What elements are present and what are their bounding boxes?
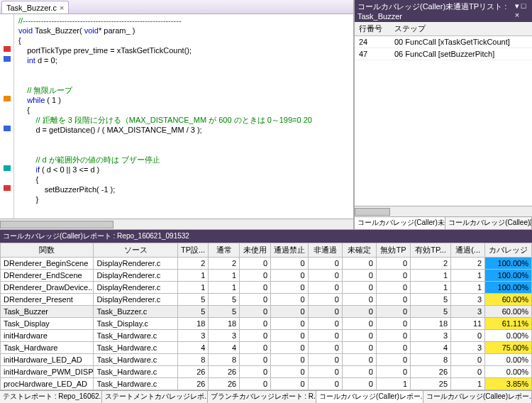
coverage-table: 関数ソースTP設...通常未使用通過禁止非通過未確定無効TP有効TP...通過(… — [0, 243, 532, 390]
report-header[interactable]: 未確定 — [342, 243, 376, 258]
table-row[interactable]: DRenderer_BeginSceneDisplayRenderer.c220… — [1, 258, 532, 270]
bottom-tab[interactable]: コールカバレッジ(Caller)レポー... — [316, 391, 423, 403]
editor-tab[interactable]: Task_Buzzer.c × — [1, 1, 69, 13]
code-line[interactable]: while ( 1 ) — [18, 95, 353, 105]
tp-header[interactable]: ステップ — [390, 22, 532, 36]
table-row[interactable]: procHardware_LED_ADTask_Hardware.c262600… — [1, 378, 532, 390]
table-row[interactable]: Task_HardwareTask_Hardware.c44000004375.… — [1, 342, 532, 354]
code-text[interactable]: //--------------------------------------… — [14, 14, 353, 219]
bottom-tab[interactable]: ブランチカバレッジレポート : R... — [208, 391, 317, 403]
tp-step[interactable]: 00 FuncCall [xTaskGetTickCount] — [390, 36, 532, 48]
editor-pane: Task_Buzzer.c × //----------------------… — [0, 0, 355, 229]
code-line[interactable]: d = getDistance() / ( MAX_DISTANCE_MM / … — [18, 125, 353, 135]
tab-label: Task_Buzzer.c — [6, 4, 57, 12]
code-line[interactable] — [18, 75, 353, 85]
bottom-tab[interactable]: テストレポート : Repo_16062... — [0, 391, 102, 403]
side-hscrollbar[interactable] — [355, 206, 532, 216]
side-title-text: コールカバレッジ(Caller)未通過TPリスト : Task_Buzzer — [358, 1, 515, 21]
code-line[interactable]: // 距離を 3 段階に分ける（MAX_DISTANCE_MM が 600 のと… — [18, 115, 353, 125]
report-header[interactable]: 通過禁止 — [271, 243, 309, 258]
table-row[interactable]: initHardware_PWM_DISPTask_Hardware.c2626… — [1, 366, 532, 378]
code-line[interactable]: } — [18, 194, 353, 204]
table-row[interactable]: initHardware_LED_ADTask_Hardware.c880000… — [1, 354, 532, 366]
code-line[interactable]: { — [18, 105, 353, 115]
code-line[interactable]: { — [18, 175, 353, 184]
table-row[interactable]: DRenderer_EndSceneDisplayRenderer.c11000… — [1, 270, 532, 282]
code-line[interactable] — [18, 145, 353, 155]
window-controls[interactable]: ▾ □ × — [515, 1, 529, 21]
code-line[interactable] — [18, 135, 353, 145]
code-line[interactable]: //--------------------------------------… — [18, 16, 353, 26]
table-row[interactable]: Task_BuzzerTask_Buzzer.c55000005360.00% — [1, 306, 532, 318]
table-row[interactable]: DRenderer_DrawDevice...DisplayRenderer.c… — [1, 282, 532, 294]
tp-header[interactable]: 行番号 — [355, 22, 390, 36]
side-panel-title: コールカバレッジ(Caller)未通過TPリスト : Task_Buzzer ▾… — [355, 0, 532, 22]
report-header[interactable]: 関数 — [1, 243, 94, 258]
code-line[interactable]: int d = 0; — [18, 55, 353, 65]
report-header[interactable]: 通過(... — [451, 243, 485, 258]
tp-list: 行番号ステップ2400 FuncCall [xTaskGetTickCount]… — [355, 22, 532, 60]
side-tab[interactable]: コールカバレッジ(Caller)未通... — [355, 217, 445, 229]
report-header[interactable]: TP設... — [177, 243, 209, 258]
bottom-tabstrip: テストレポート : Repo_16062...ステートメントカバレッジレポ...… — [0, 390, 532, 403]
side-tabstrip: コールカバレッジ(Caller)未通...コールカバレッジ(Callee)詳..… — [355, 216, 532, 229]
editor-tabbar: Task_Buzzer.c × — [0, 0, 353, 14]
code-line[interactable]: portTickType prev_time = xTaskGetTickCou… — [18, 45, 353, 55]
report-title: コールカバレッジ(Caller)レポート : Repo_160621_09153… — [0, 230, 532, 243]
report-header[interactable]: 有効TP... — [411, 243, 451, 258]
report-header[interactable]: カバレッジ — [485, 243, 532, 258]
report-header[interactable]: 非通過 — [308, 243, 342, 258]
code-line[interactable]: { — [18, 35, 353, 45]
table-row[interactable]: initHardwareTask_Hardware.c3300000300.00… — [1, 330, 532, 342]
report-header[interactable]: ソース — [94, 243, 177, 258]
code-line[interactable]: // d が範囲外の値の時は ブザー停止 — [18, 155, 353, 165]
gutter — [0, 14, 14, 219]
tp-step[interactable]: 06 FuncCall [setBuzzerPitch] — [390, 48, 532, 60]
coverage-report[interactable]: 関数ソースTP設...通常未使用通過禁止非通過未確定無効TP有効TP...通過(… — [0, 243, 532, 390]
tp-line-no[interactable]: 47 — [355, 48, 390, 60]
code-line[interactable] — [18, 204, 353, 214]
code-line[interactable]: // 無限ループ — [18, 85, 353, 95]
close-icon[interactable]: × — [60, 4, 64, 12]
code-line[interactable]: void Task_Buzzer( void* param_ ) — [18, 26, 353, 35]
table-row[interactable]: DRenderer_PresentDisplayRenderer.c550000… — [1, 294, 532, 306]
editor-hscrollbar[interactable] — [0, 219, 353, 229]
code-line[interactable]: setBuzzerPitch( -1 ); — [18, 184, 353, 194]
side-tab[interactable]: コールカバレッジ(Callee)詳... — [445, 217, 532, 229]
bottom-tab[interactable]: ステートメントカバレッジレポ... — [102, 391, 207, 403]
table-row[interactable]: Task_DisplayTask_Display.c18180000018116… — [1, 318, 532, 330]
report-header[interactable]: 無効TP — [376, 243, 410, 258]
side-panel: コールカバレッジ(Caller)未通過TPリスト : Task_Buzzer ▾… — [355, 0, 532, 229]
bottom-tab[interactable]: コールカバレッジ(Callee)レポー... — [423, 391, 532, 403]
code-line[interactable]: if ( d < 0 || 3 <= d ) — [18, 165, 353, 175]
code-area[interactable]: //--------------------------------------… — [0, 14, 353, 219]
report-header[interactable]: 未使用 — [240, 243, 271, 258]
report-header[interactable]: 通常 — [209, 243, 240, 258]
tp-line-no[interactable]: 24 — [355, 36, 390, 48]
code-line[interactable] — [18, 65, 353, 75]
